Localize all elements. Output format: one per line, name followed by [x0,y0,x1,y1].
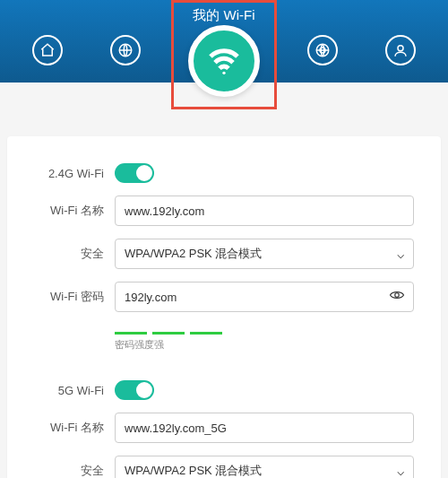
password-strength-text: 密码强度强 [115,338,414,352]
wifi-icon[interactable] [188,25,260,97]
app-header: 我的 Wi-Fi [0,0,448,83]
wifi24-security-label: 安全 [34,246,115,262]
settings-panel: 2.4G Wi-Fi Wi-Fi 名称 安全 WPA/WPA2 PSK 混合模式… [7,136,441,478]
wifi5-security-value: WPA/WPA2 PSK 混合模式 [125,463,262,478]
chevron-down-icon: ⌵ [397,247,404,261]
globe-settings-icon[interactable] [307,35,338,65]
wifi24-password-input[interactable] [115,282,414,312]
home-icon[interactable] [32,35,63,65]
wifi5-security-label: 安全 [34,463,115,478]
user-icon[interactable] [385,35,416,65]
wifi24-security-select[interactable]: WPA/WPA2 PSK 混合模式 ⌵ [115,239,414,269]
svg-point-4 [222,72,225,74]
wifi5-name-label: Wi-Fi 名称 [34,420,115,436]
wifi5-security-select[interactable]: WPA/WPA2 PSK 混合模式 ⌵ [115,456,414,478]
wifi5-section-label: 5G Wi-Fi [34,384,115,397]
globe-icon[interactable] [110,35,141,65]
wifi24-toggle[interactable] [115,163,154,183]
password-strength-bars [115,332,414,335]
wifi5-name-input[interactable] [115,413,414,443]
wifi24-section-label: 2.4G Wi-Fi [34,167,115,180]
wifi24-name-input[interactable] [115,196,414,226]
chevron-down-icon: ⌵ [397,464,404,478]
wifi24-password-label: Wi-Fi 密码 [34,289,115,305]
show-password-icon[interactable] [389,287,405,307]
wifi24-security-value: WPA/WPA2 PSK 混合模式 [125,246,262,262]
wifi5-toggle[interactable] [115,380,154,400]
svg-point-5 [395,293,400,298]
wifi24-name-label: Wi-Fi 名称 [34,203,115,219]
page-title: 我的 Wi-Fi [0,0,448,24]
svg-point-3 [398,46,403,51]
